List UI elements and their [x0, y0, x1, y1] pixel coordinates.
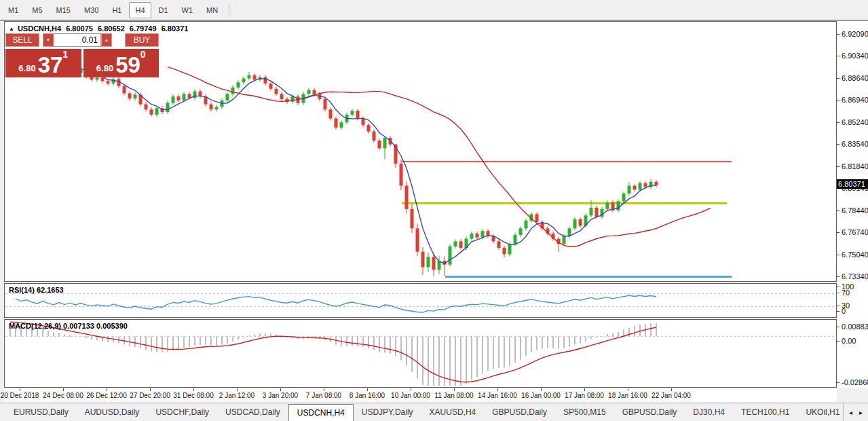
price-axis-tick: [837, 56, 839, 56]
sell-price-main: 37: [38, 56, 63, 75]
macd-axis-label: 0.008839: [842, 323, 868, 331]
macd-label: MACD(12,26,9) 0.007133 0.005390: [9, 322, 128, 330]
tab-gbpusd-daily[interactable]: GBPUSD,Daily: [614, 403, 685, 421]
volume-increase-button[interactable]: ▴: [101, 33, 112, 47]
volume-input[interactable]: [54, 33, 101, 47]
tab-scroll-left-icon[interactable]: ◂: [849, 409, 852, 416]
tab-usdjpy-daily[interactable]: USDJPY,Daily: [354, 403, 421, 421]
timeframe-button-m5[interactable]: M5: [26, 2, 48, 18]
tab-dj30-h4[interactable]: DJ30,H4: [685, 403, 733, 421]
buy-button[interactable]: BUY: [125, 33, 159, 47]
ohlc-close: 6.80371: [162, 24, 189, 33]
time-axis-label: 18 Jan 16:00: [608, 392, 647, 399]
macd-axis-tick: [837, 382, 839, 383]
price-axis-tick: [837, 34, 839, 35]
timeframe-button-mn[interactable]: MN: [200, 2, 224, 18]
ohlc-open: 6.80075: [66, 24, 93, 33]
price-axis-label: 6.92090: [842, 30, 868, 38]
rsi-axis-label: 0: [842, 307, 846, 315]
price-axis-label: 6.90340: [842, 52, 868, 60]
price-axis-label: 6.81840: [842, 162, 868, 170]
price-axis-tick: [837, 122, 839, 123]
timeframe-button-h4[interactable]: H4: [129, 2, 151, 18]
price-axis-label: 6.75040: [842, 251, 868, 259]
timeframe-button-h1[interactable]: H1: [106, 2, 128, 18]
timeframe-button-m30[interactable]: M30: [78, 2, 105, 18]
macd-axis-tick: [837, 341, 839, 342]
time-axis-label: 2 Jan 12:00: [219, 392, 254, 399]
time-axis-tick: [411, 388, 411, 391]
chart-title: ▲USDCNH,H4 6.80075 6.80652 6.79749 6.803…: [9, 24, 191, 33]
tab-scroll-right-icon[interactable]: ▸: [859, 409, 863, 416]
price-axis-tick: [837, 232, 839, 233]
tab-usdchf-daily[interactable]: USDCHF,Daily: [147, 403, 217, 421]
time-axis-tick: [150, 388, 151, 391]
sell-price-tile[interactable]: 6.80 37 1: [5, 49, 81, 77]
macd-axis-label: 0.00: [842, 337, 856, 345]
time-axis-tick: [671, 388, 672, 391]
timeframe-button-m1[interactable]: M1: [2, 2, 24, 18]
time-axis-tick: [584, 388, 585, 391]
price-axis-tick: [837, 166, 839, 167]
price-axis-tick: [837, 276, 839, 277]
time-axis-label: 26 Dec 12:00: [86, 392, 127, 399]
time-axis-tick: [541, 388, 542, 391]
rsi-axis-tick: [837, 287, 839, 287]
price-axis-tick: [837, 78, 839, 79]
time-axis-label: 7 Jan 08:00: [306, 392, 341, 399]
price-axis-tick: [837, 144, 839, 145]
tab-xauusd-h4[interactable]: XAUUSD,H4: [421, 403, 485, 421]
macd-indicator-pane[interactable]: [4, 319, 837, 388]
buy-price-tile[interactable]: 6.80 59 0: [83, 49, 159, 77]
timeframe-button-w1[interactable]: W1: [176, 2, 200, 18]
timeframe-button-d1[interactable]: D1: [153, 2, 174, 18]
rsi-axis-tick: [837, 311, 839, 312]
trading-terminal-window: M1M5M15M30H1H4D1W1MN 6.920906.903406.886…: [0, 0, 868, 421]
tab-sp500-m15[interactable]: SP500,M15: [555, 403, 614, 421]
chart-symbol-period: USDCNH,H4: [18, 24, 61, 33]
time-axis-label: 24 Dec 08:00: [43, 392, 83, 399]
tab-ukoil-h1[interactable]: UKOil,H1: [797, 403, 843, 421]
time-axis-tick: [193, 388, 194, 391]
tab-usdcnh-h4[interactable]: USDCNH,H4: [288, 404, 354, 421]
rsi-axis-tick: [837, 306, 839, 306]
price-axis-label: 6.76740: [842, 228, 868, 236]
time-axis-tick: [280, 388, 281, 391]
buy-price-prefix: 6.80: [96, 64, 113, 73]
time-axis-label: 17 Jan 08:00: [565, 392, 604, 399]
timeframe-toolbar: M1M5M15M30H1H4D1W1MN: [0, 0, 868, 20]
time-axis-label: 22 Jan 04:00: [652, 392, 691, 399]
timeframe-button-m15[interactable]: M15: [50, 2, 77, 18]
buy-price-main: 59: [115, 56, 140, 75]
sell-price-pip: 1: [62, 50, 68, 58]
tab-usdcad-daily[interactable]: USDCAD,Daily: [217, 403, 288, 421]
time-axis-label: 31 Dec 08:00: [173, 392, 214, 399]
tab-audusd-daily[interactable]: AUDUSD,Daily: [77, 403, 148, 421]
rsi-indicator-pane[interactable]: [4, 283, 837, 318]
time-axis-label: 3 Jan 20:00: [263, 392, 298, 399]
price-axis-label: 6.85240: [842, 118, 868, 126]
chart-marker-icon: ▲: [9, 26, 14, 32]
rsi-axis-label: 70: [842, 289, 850, 297]
time-axis-label: 11 Jan 08:00: [434, 392, 473, 399]
tab-gbpusd-daily[interactable]: GBPUSD,Daily: [484, 403, 555, 421]
time-axis-label: 16 Jan 00:00: [521, 392, 561, 399]
one-click-trade-panel: SELL ▾ ▴ BUY 6.80 37 1 6.80 59 0: [5, 33, 159, 77]
tab-scroll-arrows: ◂ ▸: [843, 403, 868, 421]
time-axis-tick: [20, 388, 20, 391]
volume-decrease-button[interactable]: ▾: [43, 33, 54, 47]
buy-price-pip: 0: [140, 50, 146, 58]
price-axis[interactable]: 6.920906.903406.886406.869406.852406.835…: [837, 21, 868, 388]
time-axis-label: 14 Jan 16:00: [478, 392, 517, 399]
price-axis-label: 6.86940: [842, 96, 868, 104]
tab-tech100-h1[interactable]: TECH100,H1: [733, 403, 797, 421]
current-price-tag: 6.80371: [837, 179, 868, 189]
tab-eurusd-daily[interactable]: EURUSD,Daily: [5, 403, 77, 421]
ohlc-low: 6.79749: [130, 24, 157, 33]
macd-axis-label: -0.028683: [842, 378, 868, 386]
time-axis-tick: [63, 388, 64, 391]
time-axis[interactable]: 20 Dec 201824 Dec 08:0026 Dec 12:0027 De…: [4, 388, 837, 402]
time-axis-tick: [367, 388, 368, 391]
time-axis-tick: [497, 388, 498, 391]
sell-button[interactable]: SELL: [5, 33, 39, 47]
